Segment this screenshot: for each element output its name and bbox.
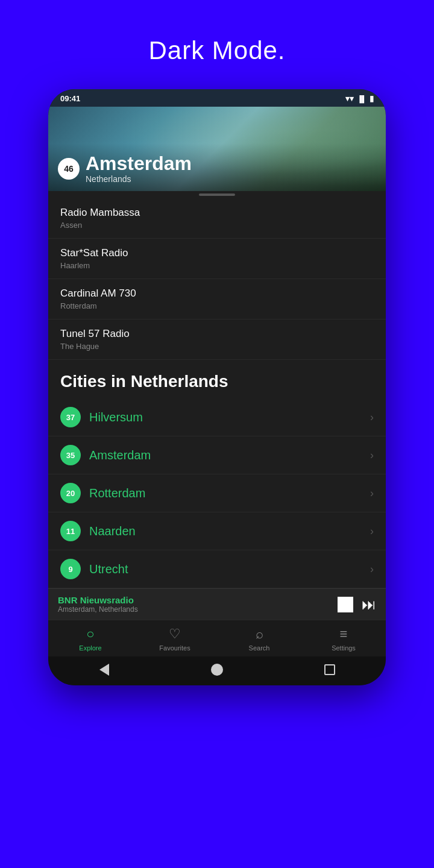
city-name: Rotterdam [89, 486, 370, 500]
back-button[interactable] [97, 662, 112, 677]
city-count-badge: 37 [60, 407, 81, 427]
content-area: Radio Mambassa Assen Star*Sat Radio Haar… [48, 198, 386, 588]
city-name: Amsterdam [89, 448, 370, 462]
radio-name: Star*Sat Radio [60, 247, 374, 259]
nav-item-search[interactable]: ⌕ Search [241, 626, 277, 652]
city-list-item[interactable]: 9 Utrecht › [48, 550, 386, 588]
favourites-icon: ♡ [169, 626, 181, 642]
list-item[interactable]: Cardinal AM 730 Rotterdam [48, 279, 386, 319]
nav-label-explore: Explore [79, 644, 101, 652]
scroll-pill [199, 193, 235, 196]
radio-name: Tunel 57 Radio [60, 328, 374, 340]
explore-icon: ○ [86, 626, 94, 642]
phone-shell: 09:41 ▾▾ ▐▌ ▮ 46 Amsterdam Netherlands R… [48, 89, 386, 685]
settings-icon: ≡ [340, 626, 348, 642]
home-button[interactable] [210, 662, 224, 677]
status-icons: ▾▾ ▐▌ ▮ [345, 94, 374, 103]
radio-city: Rotterdam [60, 301, 374, 310]
playback-controls: ⏭ [338, 596, 376, 613]
city-list-item[interactable]: 37 Hilversum › [48, 398, 386, 436]
city-name: Utrecht [89, 562, 370, 576]
chevron-right-icon: › [370, 449, 374, 462]
city-list-item[interactable]: 20 Rotterdam › [48, 474, 386, 512]
hero-overlay: 46 Amsterdam Netherlands [48, 143, 386, 191]
recents-button[interactable] [322, 662, 337, 677]
skip-forward-button[interactable]: ⏭ [362, 596, 376, 613]
nav-label-settings: Settings [332, 644, 356, 652]
radio-name: Radio Mambassa [60, 207, 374, 219]
now-playing-info: BNR Nieuwsradio Amsterdam, Netherlands [58, 595, 338, 614]
back-icon [99, 664, 109, 676]
list-item[interactable]: Star*Sat Radio Haarlem [48, 239, 386, 279]
search-icon: ⌕ [256, 626, 263, 642]
nav-item-explore[interactable]: ○ Explore [72, 626, 108, 652]
nav-item-settings[interactable]: ≡ Settings [326, 626, 362, 652]
city-name: Naarden [89, 524, 370, 538]
list-item[interactable]: Tunel 57 Radio The Hague [48, 319, 386, 360]
city-list-item[interactable]: 35 Amsterdam › [48, 436, 386, 474]
radio-city: The Hague [60, 342, 374, 351]
hero-badge: 46 [58, 158, 80, 180]
city-count-badge: 11 [60, 521, 81, 541]
nav-label-favourites: Favourites [159, 644, 190, 652]
nav-item-favourites[interactable]: ♡ Favourites [157, 626, 193, 652]
stop-button[interactable] [338, 597, 353, 612]
system-navigation [48, 656, 386, 685]
now-playing-station: BNR Nieuwsradio [58, 595, 338, 605]
hero-image: 46 Amsterdam Netherlands [48, 107, 386, 191]
battery-icon: ▮ [370, 94, 374, 103]
home-icon [211, 664, 223, 676]
chevron-right-icon: › [370, 487, 374, 500]
list-item[interactable]: Radio Mambassa Assen [48, 198, 386, 239]
city-count-badge: 20 [60, 483, 81, 503]
page-title: Dark Mode. [148, 36, 285, 65]
chevron-right-icon: › [370, 563, 374, 576]
recents-icon [324, 664, 335, 675]
hero-country: Netherlands [86, 174, 192, 184]
hero-city: Amsterdam [86, 153, 192, 174]
scroll-indicator [48, 191, 386, 198]
chevron-right-icon: › [370, 525, 374, 538]
city-name: Hilversum [89, 410, 370, 424]
radio-city: Haarlem [60, 261, 374, 270]
chevron-right-icon: › [370, 411, 374, 424]
wifi-icon: ▾▾ [345, 94, 354, 103]
cities-section-header: Cities in Netherlands [48, 360, 386, 398]
radio-city: Assen [60, 221, 374, 230]
city-list-item[interactable]: 11 Naarden › [48, 512, 386, 550]
bottom-navigation: ○ Explore ♡ Favourites ⌕ Search ≡ Settin… [48, 620, 386, 656]
hero-text: Amsterdam Netherlands [86, 153, 192, 184]
city-count-badge: 9 [60, 559, 81, 579]
status-bar: 09:41 ▾▾ ▐▌ ▮ [48, 89, 386, 107]
time-display: 09:41 [60, 94, 80, 103]
now-playing-bar: BNR Nieuwsradio Amsterdam, Netherlands ⏭ [48, 588, 386, 620]
now-playing-location: Amsterdam, Netherlands [58, 605, 338, 614]
nav-label-search: Search [249, 644, 270, 652]
city-count-badge: 35 [60, 445, 81, 465]
signal-icon: ▐▌ [357, 95, 366, 102]
radio-name: Cardinal AM 730 [60, 288, 374, 300]
